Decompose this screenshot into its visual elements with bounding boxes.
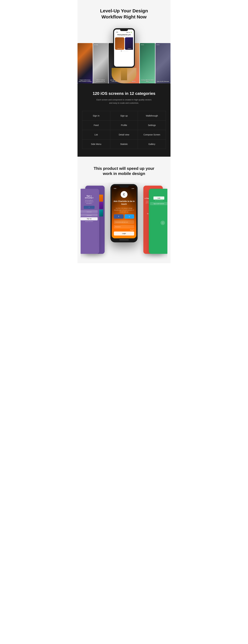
screens-showcase: Gallery Sign uand jump i We are pretty s… (80, 182, 168, 263)
left-screen-1-content: Sign uand jump i We are pretty suuse thi… (80, 189, 99, 224)
bg-image-5: MUSIC Cooking With Fine Italian Wine (140, 43, 155, 83)
dot-1 (120, 51, 120, 51)
app-logo-circle: C (120, 191, 128, 198)
category-compose-screen[interactable]: Compose Screen (138, 130, 166, 139)
join-title: Join Charlotte to be in touch (112, 200, 136, 206)
status-icons: ●●● ▲ 🔋 (126, 32, 132, 33)
card-cat-5: MUSIC (141, 44, 144, 45)
dot-3 (122, 51, 123, 51)
phone-showcase: Original Gettin Down-Home Southern Cooki… (80, 24, 168, 83)
grid-row-3: List Detail view Compose Screen (82, 130, 166, 140)
rs-content-1: Login rgot the password? Sign in with Fa… (149, 189, 168, 207)
category-list[interactable]: List (82, 130, 110, 139)
password-row (114, 225, 134, 228)
card-label-1: Original Gettin Down-Home Southern Cooki… (78, 79, 92, 82)
phone-card-2: Scarlett J. (125, 37, 133, 50)
phone-device: 9:41 ●●● ▲ 🔋 Hand picked for you 12 arti… (113, 28, 135, 68)
bg-image-2: MOVIES Marion Cotillard photosession for (93, 43, 108, 83)
grid-row-1: Sign In Sign up Walkthrough (82, 111, 166, 120)
fb-icon: f (89, 206, 89, 208)
ls-desc: We are pretty suuse this thing to band b… (80, 200, 98, 204)
forgot-link[interactable]: Forgot? (130, 230, 134, 230)
card-label-5: Cooking With Fine Italian Wine (141, 79, 154, 82)
dot-2 (121, 51, 122, 51)
categories-grid: Sign In Sign up Walkthrough Feed Profile… (82, 111, 166, 149)
hero-phone-mockup: 9:41 ●●● ▲ 🔋 Hand picked for you 12 arti… (112, 28, 136, 83)
category-side-menu[interactable]: Side Menu (82, 140, 110, 149)
features-title: 120 iOS screens in 12 categories (82, 91, 166, 96)
twitter-button[interactable]: t (124, 214, 134, 219)
ls-got-account-text: Got an account? (80, 221, 98, 222)
hand-illustration (112, 68, 136, 83)
ls-fb-button[interactable]: f (84, 206, 94, 209)
email-input[interactable] (114, 220, 134, 224)
main-phone-device: 9:41 ▲●● C Join Charlotte to be in touch… (110, 184, 138, 242)
ls-username-input: Username (80, 210, 98, 213)
bg-image-6: MUSIC Dude You Re Telescope (156, 43, 171, 83)
category-gallery[interactable]: Gallery (138, 140, 166, 149)
phone-home-indicator (119, 240, 129, 240)
social-buttons: f t (114, 214, 134, 219)
dot-6 (126, 51, 126, 51)
main-status-icons: ▲●● (132, 188, 134, 189)
category-profile[interactable]: Profile (110, 120, 138, 130)
main-phone-mockup: 9:41 ▲●● C Join Charlotte to be in touch… (110, 184, 138, 242)
join-title-text: Join Charlotte to be in touch (113, 200, 134, 205)
phone-card-text-1: Gettin Down (116, 48, 124, 49)
password-input[interactable] (114, 225, 134, 228)
category-feed[interactable]: Feed (82, 120, 110, 130)
main-status-time: 9:41 (114, 188, 116, 189)
speedup-title: This product will speed up your work in … (80, 166, 168, 176)
rs-fb-signin-button[interactable]: Sign in with Facebook (150, 202, 168, 205)
grid-row-4: Side Menu Statistic Gallery (82, 140, 166, 149)
phone-content-sub: 12 articles per hour, M/ (116, 36, 132, 36)
phone-notch (120, 30, 128, 31)
phone-screen: 9:41 ●●● ▲ 🔋 Hand picked for you 12 arti… (114, 30, 134, 67)
features-section: 120 iOS screens in 12 categories Each sc… (78, 83, 170, 157)
category-statistic[interactable]: Statistic (110, 140, 138, 149)
ls-signup-button[interactable]: Sign Up (80, 217, 98, 220)
card-cat-6: MUSIC (156, 44, 160, 45)
login-form-area: Forgot? Login (114, 220, 134, 236)
category-walkthrough[interactable]: Walkthrough (138, 111, 166, 120)
phone-card-text-2: Scarlett J. (126, 48, 133, 49)
category-detail-view[interactable]: Detail view (110, 130, 138, 139)
main-phone-notch (119, 186, 129, 188)
bg-screen-left-1: Sign uand jump i We are pretty suuse thi… (80, 189, 99, 254)
app-logo-letter: C (123, 193, 125, 196)
chevron-right-button[interactable]: › (160, 221, 165, 225)
dot-4 (123, 51, 124, 51)
hero-title: Level-Up Your Design Workflow Right Now (80, 8, 168, 20)
category-sign-in[interactable]: Sign In (82, 111, 110, 120)
category-settings[interactable]: Settings (138, 120, 166, 130)
card-cat-2: MOVIES (94, 44, 98, 45)
phone-card-1: Gettin Down (115, 37, 124, 50)
ls-password-input: Password (80, 214, 98, 216)
phone-content-title: Hand picked for you (116, 34, 132, 36)
phone-pagination-dots (116, 51, 132, 51)
rs-login-button[interactable]: Login (154, 196, 164, 200)
status-time: 9:41 (116, 32, 118, 33)
dot-8 (128, 51, 128, 51)
main-phone-screen: 9:41 ▲●● C Join Charlotte to be in touch… (112, 186, 136, 238)
login-button[interactable]: Login (114, 232, 134, 236)
grid-row-2: Feed Profile Settings (82, 120, 166, 130)
dot-7 (126, 51, 127, 51)
join-subtitle: Use this UI kit wisely to design beautif… (114, 207, 134, 213)
rs-forgot-text[interactable]: rgot the password? (150, 200, 168, 201)
hero-section: Level-Up Your Design Workflow Right Now … (78, 0, 170, 83)
card-label-2: Marion Cotillard photosession for (94, 79, 108, 82)
bg-image-1: Original Gettin Down-Home Southern Cooki… (78, 43, 93, 83)
dot-5 (124, 51, 125, 51)
bg-screen-right-1: Login rgot the password? Sign in with Fa… (149, 189, 168, 254)
phone-cards-row: Gettin Down Scarlett J. Fine Italian Mar… (115, 37, 133, 50)
phone-content: Hand picked for you 12 articles per hour… (114, 33, 134, 52)
card-label-6: Dude You Re Telescope (156, 81, 170, 82)
ls-sign-title: Sign uand jump i (80, 195, 98, 199)
features-subtitle: Each screen and component is created in … (96, 98, 152, 105)
speedup-section: This product will speed up your work in … (78, 157, 170, 263)
facebook-button[interactable]: f (114, 214, 124, 219)
category-sign-up[interactable]: Sign up (110, 111, 138, 120)
